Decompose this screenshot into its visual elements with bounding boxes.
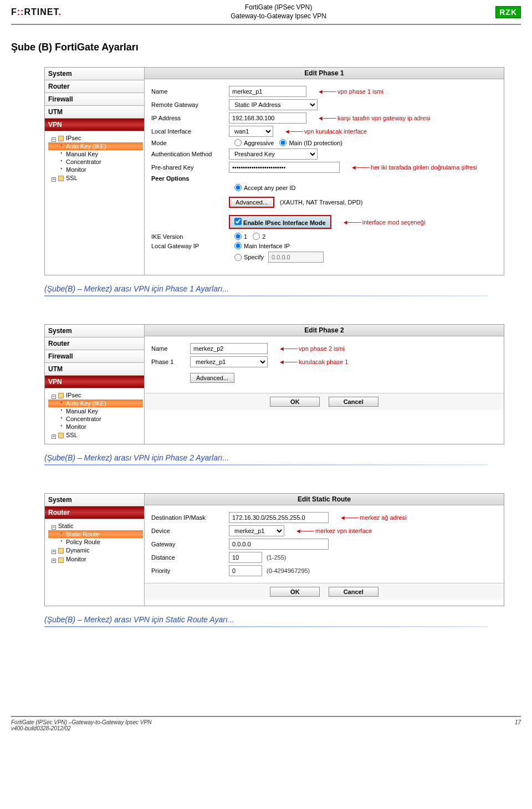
ike-2-radio[interactable] bbox=[253, 233, 260, 240]
li-select[interactable]: wan1 bbox=[229, 126, 273, 137]
tree-concentrator[interactable]: Concentrator bbox=[48, 158, 143, 166]
phase2-content: Edit Phase 2 Name ◄────vpn phase 2 ismi … bbox=[145, 325, 504, 444]
route-cancel-button[interactable]: Cancel bbox=[329, 587, 378, 597]
tree2-manualkey[interactable]: Manual Key bbox=[48, 407, 143, 415]
footer-line1: FortiGate (IPSec VPN) –Gateway-to-Gatewa… bbox=[11, 719, 151, 725]
lgw-label: Local Gateway IP bbox=[151, 243, 229, 249]
p2-p1-label: Phase 1 bbox=[151, 359, 190, 365]
psk-input[interactable] bbox=[229, 162, 340, 173]
dst-label: Destination IP/Mask bbox=[151, 514, 229, 521]
pri-hint: (0-4294967295) bbox=[267, 567, 310, 574]
dev-select[interactable]: merkez_p1 bbox=[229, 525, 284, 536]
p2-ok-button[interactable]: OK bbox=[270, 397, 320, 407]
dst-input[interactable] bbox=[229, 512, 329, 523]
sidebar2-utm[interactable]: UTM bbox=[45, 363, 144, 376]
section-title: Şube (B) FortiGate Ayarları bbox=[11, 42, 521, 53]
annot-name: ◄────vpn phase 1 ismi bbox=[318, 88, 383, 95]
caption-rule-2 bbox=[44, 464, 488, 465]
p2-buttonbar: OK Cancel bbox=[145, 393, 504, 410]
doc-header-titles: FortiGate (IPSec VPN) Gateway-to-Gateway… bbox=[231, 3, 326, 21]
annot-dev: ◄────merkez vpn interface bbox=[295, 528, 372, 534]
sidebar-vpn[interactable]: VPN bbox=[45, 119, 144, 131]
lgw-specify-input[interactable] bbox=[268, 252, 324, 263]
p2-advanced-button[interactable]: Advanced... bbox=[190, 373, 234, 383]
route-panel-title: Edit Static Route bbox=[145, 494, 504, 505]
gw-label: Gateway bbox=[151, 541, 229, 547]
doc-footer: FortiGate (IPSec VPN) –Gateway-to-Gatewa… bbox=[11, 716, 521, 731]
ip-input[interactable] bbox=[229, 112, 306, 124]
vpn-tree: IPsec Auto Key (IKE) Manual Key Concentr… bbox=[45, 131, 144, 187]
li-label: Local Interface bbox=[151, 128, 229, 135]
p2-p1-select[interactable]: merkez_p1 bbox=[190, 356, 268, 367]
lgw-main-radio[interactable] bbox=[234, 242, 242, 249]
folder-icon bbox=[58, 393, 64, 398]
tree2-monitor[interactable]: Monitor bbox=[48, 423, 143, 431]
gw-input[interactable] bbox=[229, 539, 329, 550]
auth-label: Authentication Method bbox=[151, 151, 229, 157]
tree2-autokey[interactable]: Auto Key (IKE) bbox=[48, 400, 143, 407]
p2-name-label: Name bbox=[151, 345, 190, 352]
phase2-window: System Router Firewall UTM VPN IPsec Aut… bbox=[44, 324, 504, 444]
auth-select[interactable]: Preshared Key bbox=[229, 149, 318, 160]
tree-monitor[interactable]: Monitor bbox=[48, 166, 143, 173]
sidebar3-system[interactable]: System bbox=[45, 494, 144, 506]
enable-ipsec-label: Enable IPsec Interface Mode bbox=[243, 219, 326, 226]
sidebar2-vpn[interactable]: VPN bbox=[45, 376, 144, 388]
tree2-ssl[interactable]: SSL bbox=[48, 431, 143, 439]
tree3-static-route[interactable]: Static Route bbox=[48, 530, 143, 538]
sidebar2-system[interactable]: System bbox=[45, 325, 144, 337]
annot-psk: ◄────her iki tarafada girilen doğrulama … bbox=[351, 164, 477, 171]
tree-manualkey[interactable]: Manual Key bbox=[48, 150, 143, 158]
enable-ipsec-box: Enable IPsec Interface Mode bbox=[229, 215, 331, 229]
dist-input[interactable] bbox=[229, 552, 262, 563]
p2-cancel-button[interactable]: Cancel bbox=[329, 397, 378, 407]
tree3-static[interactable]: Static bbox=[48, 521, 143, 530]
doc-header: F::RTINET. FortiGate (IPSec VPN) Gateway… bbox=[11, 0, 521, 25]
footer-line2: v400-build0328-2012/02 bbox=[11, 725, 151, 731]
dev-label: Device bbox=[151, 528, 229, 534]
dist-label: Distance bbox=[151, 554, 229, 561]
route-ok-button[interactable]: OK bbox=[270, 587, 320, 597]
sidebar-router[interactable]: Router bbox=[45, 80, 144, 93]
route-sidebar: System Router Static Static Route Policy… bbox=[45, 494, 145, 606]
sidebar-system[interactable]: System bbox=[45, 68, 144, 80]
phase1-panel-title: Edit Phase 1 bbox=[145, 68, 504, 79]
route-window: System Router Static Static Route Policy… bbox=[44, 493, 504, 606]
peer-accept-radio[interactable] bbox=[234, 184, 242, 191]
sidebar-firewall[interactable]: Firewall bbox=[45, 93, 144, 106]
sidebar2-router[interactable]: Router bbox=[45, 337, 144, 350]
ike-label: IKE Version bbox=[151, 233, 229, 240]
folder-icon bbox=[58, 557, 64, 563]
mode-main-radio[interactable] bbox=[279, 139, 287, 146]
name-label: Name bbox=[151, 88, 229, 95]
mode-aggressive-radio[interactable] bbox=[234, 139, 242, 146]
name-input[interactable] bbox=[229, 86, 306, 97]
sidebar3-router[interactable]: Router bbox=[45, 506, 144, 519]
doc-title-1: FortiGate (IPSec VPN) bbox=[231, 3, 326, 12]
caption-phase1: (Şube(B) – Merkez) arası VPN için Phase … bbox=[44, 284, 521, 293]
tree3-monitor[interactable]: Monitor bbox=[48, 555, 143, 564]
phase2-panel-title: Edit Phase 2 bbox=[145, 325, 504, 336]
pri-label: Priority bbox=[151, 567, 229, 574]
annot-p2-p1: ◄────kurulacak phase 1 bbox=[279, 359, 348, 365]
tree2-concentrator[interactable]: Concentrator bbox=[48, 415, 143, 423]
ike-1-radio[interactable] bbox=[234, 233, 242, 240]
tree-autokey[interactable]: Auto Key (IKE) bbox=[48, 142, 143, 150]
p2-name-input[interactable] bbox=[190, 343, 268, 354]
sidebar2-firewall[interactable]: Firewall bbox=[45, 350, 144, 363]
caption-route: (Şube(B) – Merkez) arası VPN için Static… bbox=[44, 615, 521, 624]
caption-phase2: (Şube(B) – Merkez) arası VPN için Phase … bbox=[44, 453, 521, 462]
advanced-button[interactable]: Advanced... bbox=[229, 197, 274, 208]
tree-ssl[interactable]: SSL bbox=[48, 173, 143, 182]
enable-ipsec-checkbox[interactable] bbox=[234, 218, 242, 225]
tree3-policy-route[interactable]: Policy Route bbox=[48, 538, 143, 546]
dist-hint: (1-255) bbox=[267, 554, 286, 561]
lgw-specify-radio[interactable] bbox=[234, 254, 242, 261]
rg-select[interactable]: Static IP Address bbox=[229, 99, 318, 110]
phase1-sidebar: System Router Firewall UTM VPN IPsec Aut… bbox=[45, 68, 145, 275]
pri-input[interactable] bbox=[229, 565, 262, 576]
tree3-dynamic[interactable]: Dynamic bbox=[48, 546, 143, 555]
sidebar-utm[interactable]: UTM bbox=[45, 106, 144, 119]
tree-ipsec[interactable]: IPsec bbox=[48, 134, 143, 142]
tree2-ipsec[interactable]: IPsec bbox=[48, 391, 143, 400]
